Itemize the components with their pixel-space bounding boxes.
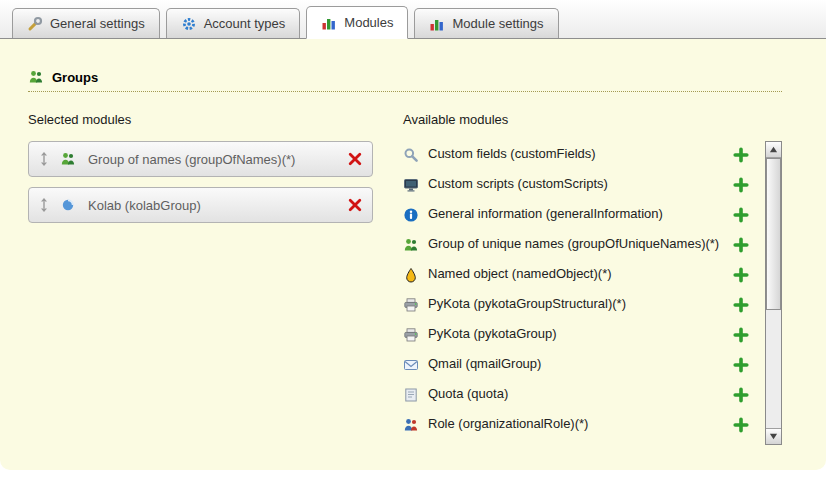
down-icon (766, 429, 782, 445)
group-icon (403, 237, 419, 253)
up-icon (766, 142, 782, 158)
available-modules-heading: Available modules (403, 112, 782, 127)
add-module-button[interactable] (733, 327, 749, 343)
available-module-row: General information (generalInformation) (403, 201, 759, 228)
screen-icon (403, 177, 419, 193)
module-label: Named object (namedObject)(*) (428, 266, 724, 282)
tab-general-settings[interactable]: General settings (12, 8, 160, 38)
selected-modules-column: Selected modules Group of names (groupOf… (28, 112, 373, 445)
available-modules-column: Available modules Custom fields (customF… (403, 112, 782, 445)
available-module-row: Custom fields (customFields) (403, 141, 759, 168)
module-label: PyKota (pykotaGroupStructural)(*) (428, 296, 724, 312)
role-icon (403, 417, 419, 433)
printer-icon (403, 297, 419, 313)
selected-modules-heading: Selected modules (28, 112, 373, 127)
section-header: Groups (28, 69, 782, 92)
tab-module-settings[interactable]: Module settings (414, 8, 558, 38)
group-icon (60, 151, 76, 167)
selected-module-row: Group of names (groupOfNames)(*) (28, 141, 373, 177)
available-module-row: PyKota (pykotaGroup) (403, 321, 759, 348)
wrench-icon (27, 16, 43, 32)
module-label: Custom fields (customFields) (428, 146, 724, 162)
kolab-icon (60, 197, 76, 213)
add-module-button[interactable] (733, 297, 749, 313)
module-columns: Selected modules Group of names (groupOf… (28, 112, 782, 445)
module-label: Group of unique names (groupOfUniqueName… (428, 236, 724, 252)
add-module-button[interactable] (733, 267, 749, 283)
chart-icon (429, 16, 445, 32)
scroll-down-button[interactable] (766, 428, 781, 444)
available-module-row: Role (organizationalRole)(*) (403, 411, 759, 438)
selected-module-row: Kolab (kolabGroup) (28, 187, 373, 223)
available-modules-wrap: Custom fields (customFields) Custom scri… (403, 141, 782, 445)
scrollbar-thumb[interactable] (766, 158, 781, 310)
magnifier-icon (403, 147, 419, 163)
tab-label: Account types (204, 16, 286, 31)
available-module-row: Group of unique names (groupOfUniqueName… (403, 231, 759, 258)
module-label: General information (generalInformation) (428, 206, 724, 222)
drag-handle-icon[interactable] (36, 151, 52, 167)
tab-account-types[interactable]: Account types (166, 8, 301, 38)
add-module-button[interactable] (733, 207, 749, 223)
quota-icon (403, 387, 419, 403)
add-module-button[interactable] (733, 147, 749, 163)
add-module-button[interactable] (733, 417, 749, 433)
tab-modules[interactable]: Modules (306, 6, 408, 39)
add-module-button[interactable] (733, 237, 749, 253)
add-module-button[interactable] (733, 357, 749, 373)
available-module-row: PyKota (pykotaGroupStructural)(*) (403, 291, 759, 318)
available-module-row: Named object (namedObject)(*) (403, 261, 759, 288)
info-icon (403, 207, 419, 223)
scroll-up-button[interactable] (766, 142, 781, 158)
add-module-button[interactable] (733, 177, 749, 193)
group-icon (28, 69, 44, 85)
available-modules-list: Custom fields (customFields) Custom scri… (403, 141, 765, 445)
remove-module-button[interactable] (347, 197, 363, 213)
tab-bar: General settings Account types Modules M… (0, 0, 826, 39)
module-label: Quota (quota) (428, 386, 724, 402)
content-panel: Groups Selected modules Group of names (… (0, 39, 826, 470)
available-module-row: Qmail (qmailGroup) (403, 351, 759, 378)
remove-module-button[interactable] (347, 151, 363, 167)
available-module-row: Quota (quota) (403, 381, 759, 408)
add-module-button[interactable] (733, 387, 749, 403)
scrollbar-track[interactable] (766, 158, 781, 428)
module-label: Role (organizationalRole)(*) (428, 416, 724, 432)
mail-icon (403, 357, 419, 373)
tab-label: Module settings (452, 16, 543, 31)
drag-handle-icon[interactable] (36, 197, 52, 213)
tab-label: General settings (50, 16, 145, 31)
chart-icon (321, 15, 337, 31)
available-module-row: Custom scripts (customScripts) (403, 171, 759, 198)
tab-label: Modules (344, 15, 393, 30)
scrollbar[interactable] (765, 141, 782, 445)
module-label: Custom scripts (customScripts) (428, 176, 724, 192)
module-label: Kolab (kolabGroup) (84, 198, 339, 213)
drop-icon (403, 267, 419, 283)
gear-icon (181, 16, 197, 32)
module-label: PyKota (pykotaGroup) (428, 326, 724, 342)
section-title: Groups (52, 70, 98, 85)
selected-modules-list: Group of names (groupOfNames)(*) Kolab (… (28, 141, 373, 223)
printer-icon (403, 327, 419, 343)
module-label: Qmail (qmailGroup) (428, 356, 724, 372)
module-label: Group of names (groupOfNames)(*) (84, 152, 339, 167)
